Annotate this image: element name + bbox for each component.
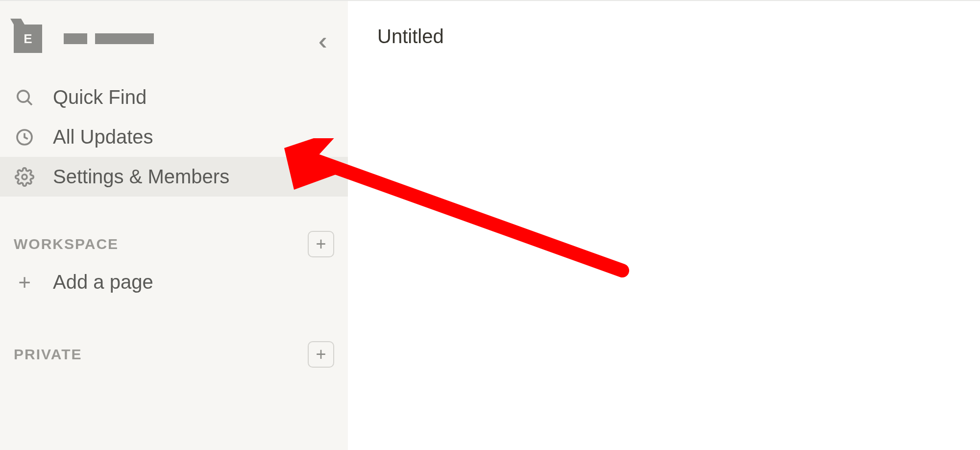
search-icon	[14, 87, 35, 108]
sidebar-item-quick-find[interactable]: Quick Find	[0, 77, 348, 117]
sidebar-item-label: Quick Find	[53, 86, 147, 108]
skeleton-bar	[64, 33, 87, 44]
plus-icon: +	[14, 272, 35, 293]
sidebar-section-private: PRIVATE +	[0, 337, 348, 372]
clock-icon	[14, 126, 35, 148]
sidebar-item-label: All Updates	[53, 126, 153, 148]
sidebar-item-label: Settings & Members	[53, 166, 229, 188]
sidebar-item-settings-members[interactable]: Settings & Members	[0, 157, 348, 197]
gear-icon	[14, 166, 35, 188]
sidebar: ‹‹ Quick Find All Updates Settings &	[0, 1, 348, 450]
workspace-logo-icon	[14, 25, 42, 53]
sidebar-item-add-page[interactable]: + Add a page	[14, 261, 334, 303]
section-header: WORKSPACE +	[14, 227, 334, 261]
plus-icon: +	[316, 235, 326, 253]
sidebar-item-all-updates[interactable]: All Updates	[0, 117, 348, 157]
sidebar-item-label: Add a page	[53, 271, 153, 293]
collapse-sidebar-button[interactable]: ‹‹	[305, 26, 333, 55]
svg-point-3	[22, 175, 27, 179]
skeleton-bar	[95, 33, 154, 44]
page-title[interactable]: Untitled	[377, 25, 951, 48]
sidebar-section-workspace: WORKSPACE + + Add a page	[0, 227, 348, 303]
svg-point-0	[18, 90, 29, 101]
svg-line-5	[309, 158, 622, 271]
svg-line-1	[27, 100, 32, 105]
section-title: PRIVATE	[14, 346, 82, 363]
workspace-switcher[interactable]: ‹‹	[0, 21, 348, 77]
add-page-private-button[interactable]: +	[308, 341, 334, 368]
plus-icon: +	[316, 346, 326, 363]
add-page-workspace-button[interactable]: +	[308, 231, 334, 257]
section-header: PRIVATE +	[14, 337, 334, 372]
section-title: WORKSPACE	[14, 236, 119, 252]
main-content: Untitled	[348, 1, 980, 450]
workspace-name	[64, 33, 154, 44]
